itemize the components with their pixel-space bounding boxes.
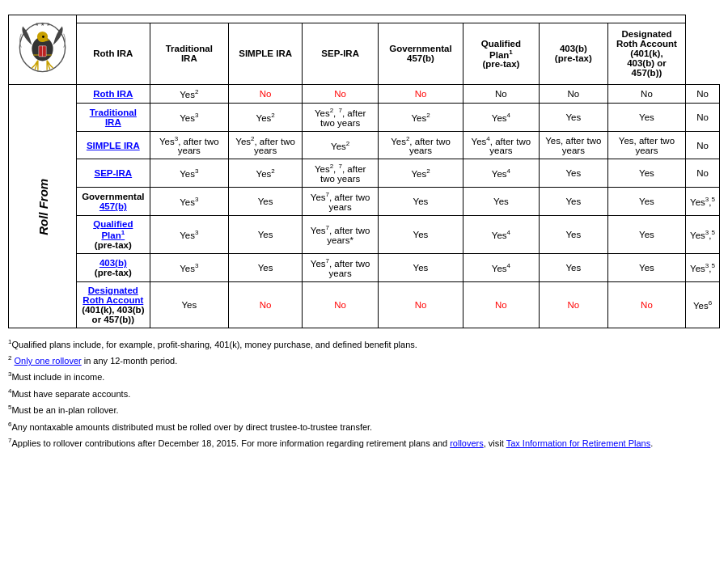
cell-r3-c7: No	[686, 159, 720, 188]
cell-r0-c0: Yes2	[150, 85, 228, 104]
cell-r7-c2: No	[303, 281, 379, 328]
cell-r3-c6: Yes	[607, 159, 685, 188]
row-link-7[interactable]: DesignatedRoth Account	[83, 286, 143, 305]
cell-r1-c6: Yes	[607, 103, 685, 131]
cell-r5-c2: Yes7, after two years*	[303, 216, 379, 254]
cell-r5-c4: Yes4	[463, 216, 540, 254]
cell-r7-c5: No	[539, 281, 607, 328]
cell-r2-c3: Yes2, after two years	[379, 131, 463, 159]
cell-r1-c2: Yes2, 7, after two years	[303, 103, 379, 131]
row-link-0[interactable]: Roth IRA	[93, 89, 133, 99]
no-red: No	[260, 300, 272, 310]
cell-r4-c3: Yes	[379, 188, 463, 216]
row-label-4[interactable]: Governmental457(b)	[77, 188, 150, 216]
cell-r4-c2: Yes7, after two years	[303, 188, 379, 216]
rollovers-link[interactable]: rollovers	[450, 438, 484, 448]
cell-r6-c3: Yes	[379, 253, 463, 281]
cell-r2-c7: No	[686, 131, 720, 159]
cell-r1-c5: Yes	[539, 103, 607, 131]
col-header-4: Governmental457(b)	[379, 23, 463, 84]
footnote-6: 6Any nontaxable amounts distributed must…	[8, 419, 720, 434]
cell-r4-c1: Yes	[229, 188, 303, 216]
table-row: 403(b)(pre-tax)Yes3YesYes7, after two ye…	[9, 253, 720, 281]
cell-r5-c1: Yes	[229, 216, 303, 254]
no-red: No	[567, 300, 579, 310]
cell-r7-c7: Yes6	[686, 281, 720, 328]
cell-r1-c3: Yes2	[379, 103, 463, 131]
row-label-5[interactable]: Qualified Plan1(pre-tax)	[77, 216, 150, 254]
row-label-6[interactable]: 403(b)(pre-tax)	[77, 253, 150, 281]
cell-r0-c5: No	[539, 85, 607, 104]
cell-r1-c4: Yes4	[463, 103, 540, 131]
cell-r2-c2: Yes2	[303, 131, 379, 159]
cell-r7-c0: Yes	[150, 281, 228, 328]
svg-text:★ ★ ★: ★ ★ ★	[35, 22, 49, 27]
table-row: SEP-IRAYes3Yes2Yes2, 7, after two yearsY…	[9, 159, 720, 188]
table-row: Traditional IRAYes3Yes2Yes2, 7, after tw…	[9, 103, 720, 131]
row-link-2[interactable]: SIMPLE IRA	[87, 141, 140, 150]
cell-r6-c0: Yes3	[150, 253, 228, 281]
row-link-4[interactable]: 457(b)	[99, 201, 127, 211]
footnotes-section: 1Qualified plans include, for example, p…	[8, 336, 720, 451]
row-label-7[interactable]: DesignatedRoth Account(401(k), 403(b)or …	[77, 281, 150, 328]
cell-r6-c4: Yes4	[463, 253, 540, 281]
row-link-5[interactable]: Qualified Plan1	[93, 219, 133, 240]
footnote-5: 5Must be an in-plan rollover.	[8, 402, 720, 417]
cell-r0-c4: No	[463, 85, 540, 104]
no-red: No	[260, 89, 272, 99]
column-header-row: Roth IRATraditionalIRASIMPLE IRASEP-IRAG…	[9, 23, 720, 84]
cell-r6-c5: Yes	[539, 253, 607, 281]
row-label-2[interactable]: SIMPLE IRA	[77, 131, 150, 159]
cell-r7-c1: No	[229, 281, 303, 328]
cell-r5-c3: Yes	[379, 216, 463, 254]
footnote-7: 7Applies to rollover contributions after…	[8, 435, 720, 451]
cell-r3-c4: Yes4	[463, 159, 540, 188]
no-red: No	[415, 300, 427, 310]
table-row: Roll FromRoth IRAYes2NoNoNoNoNoNoNo	[9, 85, 720, 104]
footnote-4: 4Must have separate accounts.	[8, 386, 720, 401]
cell-r3-c2: Yes2, 7, after two years	[303, 159, 379, 188]
col-header-3: SEP-IRA	[303, 23, 379, 84]
cell-r2-c5: Yes, after two years	[539, 131, 607, 159]
cell-r4-c7: Yes3,5	[686, 188, 720, 216]
cell-r0-c6: No	[607, 85, 685, 104]
row-label-3[interactable]: SEP-IRA	[77, 159, 150, 188]
table-row: Qualified Plan1(pre-tax)Yes3YesYes7, aft…	[9, 216, 720, 254]
cell-r6-c2: Yes7, after two years	[303, 253, 379, 281]
footnote-2: 2 Only one rollover in any 12-month peri…	[8, 353, 720, 368]
cell-r1-c7: No	[686, 103, 720, 131]
cell-r3-c3: Yes2	[379, 159, 463, 188]
cell-r0-c1: No	[229, 85, 303, 104]
no-red: No	[641, 300, 653, 310]
row-label-0[interactable]: Roth IRA	[77, 85, 150, 104]
cell-r7-c4: No	[463, 281, 540, 328]
no-red: No	[334, 300, 346, 310]
col-header-2: SIMPLE IRA	[229, 23, 303, 84]
table-row: SIMPLE IRAYes3, after two yearsYes2, aft…	[9, 131, 720, 159]
col-header-7: DesignatedRoth Account(401(k),403(b) or4…	[607, 23, 685, 84]
row-link-6[interactable]: 403(b)	[99, 258, 127, 268]
cell-r3-c5: Yes	[539, 159, 607, 188]
cell-r5-c5: Yes	[539, 216, 607, 254]
table-body: Roll FromRoth IRAYes2NoNoNoNoNoNoNoTradi…	[9, 85, 720, 328]
cell-r6-c6: Yes	[607, 253, 685, 281]
tax-info-link[interactable]: Tax Information for Retirement Plans	[506, 438, 651, 448]
main-table-wrapper: ★ ★ ★ Roth IRATraditionalIRASIMPLE IRASE…	[8, 15, 720, 328]
one-rollover-link[interactable]: Only one rollover	[15, 356, 82, 366]
cell-r0-c7: No	[686, 85, 720, 104]
cell-r1-c0: Yes3	[150, 103, 228, 131]
footnote-3: 3Must include in income.	[8, 369, 720, 384]
cell-r4-c6: Yes	[607, 188, 685, 216]
row-label-1[interactable]: Traditional IRA	[77, 103, 150, 131]
cell-r5-c6: Yes	[607, 216, 685, 254]
cell-r2-c1: Yes2, after two years	[229, 131, 303, 159]
row-link-1[interactable]: Traditional IRA	[90, 108, 137, 127]
cell-r1-c1: Yes2	[229, 103, 303, 131]
cell-r6-c7: Yes3,5	[686, 253, 720, 281]
col-header-1: TraditionalIRA	[150, 23, 228, 84]
row-link-3[interactable]: SEP-IRA	[94, 168, 132, 178]
cell-r4-c5: Yes	[539, 188, 607, 216]
cell-r5-c0: Yes3	[150, 216, 228, 254]
col-header-0: Roth IRA	[77, 23, 150, 84]
cell-r2-c0: Yes3, after two years	[150, 131, 228, 159]
